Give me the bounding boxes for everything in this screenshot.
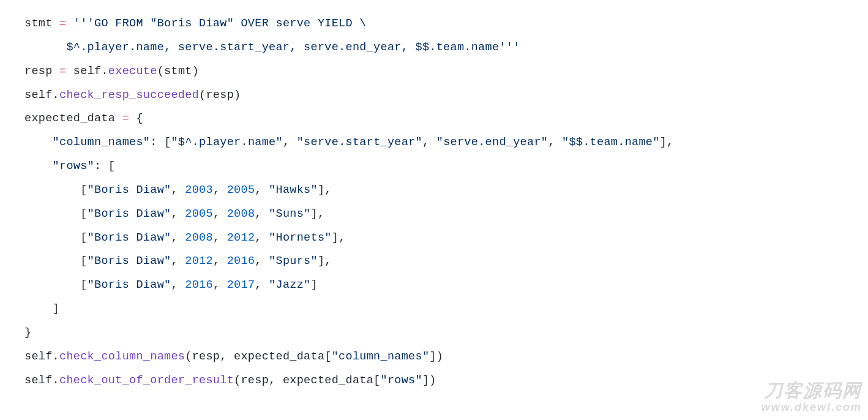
code-token: =: [122, 112, 129, 125]
code-token: ],: [318, 184, 332, 197]
code-token: "$$.team.name": [562, 136, 660, 149]
code-token: ,: [213, 279, 227, 291]
code-token: ,: [171, 231, 185, 244]
code-token: execute: [108, 65, 157, 78]
code-token: : [: [150, 136, 171, 149]
code-token: [66, 17, 73, 30]
code-token: check_column_names: [59, 350, 185, 363]
code-token: ,: [255, 184, 269, 197]
code-block: stmt = '''GO FROM "Boris Diaw" OVER serv…: [0, 0, 868, 405]
code-token: ,: [171, 208, 185, 220]
code-token: self.: [24, 350, 59, 363]
code-token: "Hornets": [269, 231, 332, 244]
code-token: ,: [255, 231, 269, 244]
code-token: check_resp_succeeded: [59, 89, 199, 102]
code-token: 2012: [227, 231, 255, 244]
code-token: ,: [213, 255, 227, 268]
code-token: ]: [24, 302, 59, 315]
code-token: ,: [213, 184, 227, 197]
code-token: self.: [24, 374, 59, 387]
code-token: "Spurs": [269, 255, 318, 268]
code-token: (stmt): [157, 65, 199, 78]
code-token: ,: [255, 255, 269, 268]
code-token: [: [24, 279, 88, 291]
code-token: =: [59, 65, 66, 78]
code-token: "column_names": [332, 350, 430, 363]
code-token: ,: [171, 184, 185, 197]
code-token: 2016: [227, 255, 255, 268]
code-token: ,: [422, 136, 436, 149]
code-token: "column_names": [53, 136, 151, 149]
code-token: ,: [171, 255, 185, 268]
code-token: [24, 160, 53, 173]
code-token: [: [24, 184, 88, 197]
code-token: 2005: [185, 208, 213, 220]
code-token: 2008: [227, 208, 255, 220]
code-token: "Suns": [269, 208, 310, 220]
code-token: 2005: [227, 184, 255, 197]
code-token: "Hawks": [269, 184, 318, 197]
code-token: [: [24, 255, 88, 268]
code-token: ,: [255, 279, 269, 291]
code-token: "Boris Diaw": [88, 255, 171, 268]
code-token: }: [24, 326, 31, 339]
code-token: [: [24, 231, 88, 244]
code-token: ,: [213, 231, 227, 244]
code-token: "Boris Diaw": [88, 208, 171, 220]
code-token: '''GO FROM "Boris Diaw" OVER serve YIELD…: [73, 17, 367, 30]
code-token: "rows": [53, 160, 94, 173]
code-token: ]: [311, 279, 318, 291]
code-token: ,: [213, 208, 227, 220]
code-token: ]): [422, 374, 436, 387]
code-token: "Jazz": [269, 279, 310, 291]
code-token: check_out_of_order_result: [59, 374, 234, 387]
code-token: stmt: [24, 17, 59, 30]
code-token: 2003: [185, 184, 213, 197]
code-token: ],: [318, 255, 332, 268]
code-token: ],: [660, 136, 674, 149]
code-token: expected_data: [24, 112, 122, 125]
code-token: {: [129, 112, 143, 125]
code-token: ],: [332, 231, 346, 244]
code-token: self.: [24, 89, 59, 102]
code-token: resp: [24, 65, 59, 78]
code-token: ],: [311, 208, 325, 220]
code-token: 2017: [227, 279, 255, 291]
code-token: "$^.player.name": [171, 136, 282, 149]
code-token: $^.player.name, serve.start_year, serve.…: [24, 41, 520, 54]
code-token: ,: [283, 136, 297, 149]
code-token: ,: [171, 279, 185, 291]
code-token: (resp, expected_data[: [234, 374, 380, 387]
code-token: self.: [66, 65, 108, 78]
code-token: =: [59, 17, 66, 30]
code-token: ,: [255, 208, 269, 220]
code-token: ,: [548, 136, 562, 149]
code-token: : [: [94, 160, 115, 173]
code-token: "rows": [381, 374, 422, 387]
code-token: (resp, expected_data[: [185, 350, 331, 363]
code-token: "serve.start_year": [297, 136, 422, 149]
code-token: 2012: [185, 255, 213, 268]
code-token: ]): [429, 350, 443, 363]
code-token: [24, 136, 53, 149]
code-token: 2016: [185, 279, 213, 291]
code-token: "Boris Diaw": [88, 231, 171, 244]
code-token: 2008: [185, 231, 213, 244]
code-token: "Boris Diaw": [88, 279, 171, 291]
code-token: (resp): [199, 89, 241, 102]
code-token: "Boris Diaw": [88, 184, 171, 197]
code-token: [: [24, 208, 88, 220]
code-token: "serve.end_year": [436, 136, 548, 149]
